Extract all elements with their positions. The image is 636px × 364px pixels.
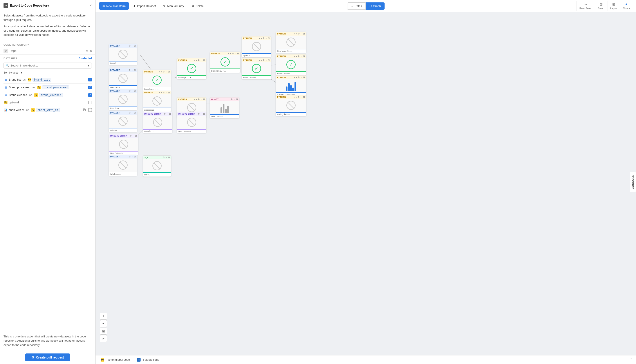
node-header: DATASET ⚙ ↔ ⊞ [109, 68, 137, 72]
node-placeholder-icon [118, 116, 128, 126]
repo-row: ⚙ Repo ✏ × [0, 48, 95, 55]
python-icon: Py [28, 78, 31, 82]
repo-actions: ✏ × [86, 49, 92, 53]
dataset-checkbox[interactable] [88, 101, 92, 104]
graph-node[interactable]: PYTHON ● ● ⚙ ↔ ⊞ ✓ Brand proc... • ... [143, 70, 171, 91]
top-bar: ⊕ New Transform ⬇ Import Dataset ✎ Manua… [96, 0, 636, 12]
graph-node[interactable]: PYTHON ● ● ⚙ ↔ ⊞ optional [242, 36, 271, 58]
graph-node[interactable]: DATASET ⚙ ↔ ⊞ Brand... • ... [109, 44, 137, 65]
layout-tool[interactable]: ⊞ Layout [607, 1, 620, 11]
remove-repo-button[interactable]: × [90, 49, 92, 53]
datasets-label: DATASETS [4, 57, 17, 60]
console-tab[interactable]: CONSOLE [630, 172, 636, 192]
graph-area: DATASET ⚙ ↔ ⊞ Brand... • ... DATASET ⚙ ↔… [96, 12, 636, 355]
paths-tab[interactable]: ↔ Paths [347, 2, 366, 10]
create-btn-icon: ⚙ [32, 356, 34, 359]
graph-node[interactable]: PYTHON ● ● ⚙ ↔ ⊞ ✓ Brand proc... • ... [177, 58, 206, 80]
node-header: MANUAL ENTRY ⚙ ↔ ⊞ [143, 112, 172, 116]
node-header: PYTHON ● ● ⚙ ↔ ⊞ [242, 36, 271, 40]
plus-icon: ⊕ [102, 4, 105, 8]
node-header: PYTHON ● ● ⚙ ↔ ⊞ [143, 70, 171, 74]
panel-icon: ⚙ [4, 3, 8, 8]
select-icon: ⊡ [600, 2, 602, 6]
dataset-checkbox[interactable]: ✓ [88, 93, 92, 97]
node-footer: processing [143, 108, 171, 112]
graph-canvas[interactable]: DATASET ⚙ ↔ ⊞ Brand... • ... DATASET ⚙ ↔… [96, 12, 636, 355]
zoom-out-button[interactable]: − [100, 320, 107, 327]
pan-select-tool[interactable]: ⊹ Pan / Select [576, 1, 595, 11]
collapse-button[interactable]: ⌃ [630, 358, 632, 362]
graph-node[interactable]: MANUAL ENTRY ⚙ ↔ ⊞ New Dataset • ... [177, 112, 206, 133]
node-footer: Fuel Store [109, 106, 137, 110]
graph-node[interactable]: PYTHON ● ● ⚙ ↔ ⊞ ✓ Brand cleaned... [242, 58, 271, 80]
graph-node[interactable]: PYTHON ● ● ⚙ ↔ ⊞ sorting dataset [276, 95, 306, 116]
create-pull-request-button[interactable]: ⚙ Create pull request [25, 354, 70, 361]
ds-as: as [32, 86, 35, 89]
dataset-checkbox[interactable] [88, 108, 92, 112]
search-input[interactable] [10, 64, 86, 67]
import-dataset-button[interactable]: ⬇ Import Dataset [130, 2, 159, 10]
scissors-button[interactable]: ✂ [100, 335, 107, 342]
graph-node[interactable]: PYTHON ● ● ⚙ ↔ ⊞ processing [143, 91, 171, 112]
node-header: PYTHON ● ● ⚙ ↔ ⊞ [177, 98, 206, 101]
search-row: 🔍 ▼ [0, 61, 95, 70]
node-header: DATASET ⚙ ↔ ⊞ [109, 89, 137, 93]
list-item: Py optional [4, 99, 92, 106]
node-footer: Brand cleaned... [242, 75, 271, 79]
node-footer: options [109, 128, 137, 132]
graph-node[interactable]: MANUAL ENTRY ⚙ ↔ ⊞ New Dataset • ... [109, 134, 138, 155]
graph-node[interactable]: SQL ⚙ ↔ ⊞ set d... [143, 156, 171, 177]
select-tool[interactable]: ⊡ Select [595, 1, 608, 11]
dataset-checkbox[interactable]: ✓ [88, 86, 92, 89]
edit-repo-button[interactable]: ✏ [86, 49, 89, 53]
graph-node[interactable]: PYTHON ● ● ⚙ ↔ ⊞ ✓ Brand clea... • ... [210, 52, 240, 73]
python-global-code-tab[interactable]: Py Python global code [99, 357, 132, 362]
node-header: MANUAL ENTRY ⚙ ↔ ⊞ [177, 112, 206, 116]
ds-varname: brand_cleaned [39, 93, 63, 97]
dataset-list: ▦ Brand list as Py brand_list ✓ ▦ Brand … [0, 76, 95, 114]
graph-node[interactable]: DATASET ⚙ ↔ ⊞ Fuel Store [109, 89, 137, 110]
node-body: ✓ [143, 74, 171, 87]
graph-node[interactable]: PYTHON ● ● ⚙ ↔ ⊞ ✓ Brand cleaned... [276, 54, 306, 76]
node-header: PYTHON ● ● ⚙ ↔ ⊞ [276, 76, 306, 79]
repo-name: Repo [10, 49, 84, 52]
sort-dropdown-button[interactable]: ▼ [20, 71, 22, 74]
node-body [276, 36, 306, 49]
node-footer: Data Store [109, 85, 137, 89]
panel-footer: ⚙ Create pull request [0, 350, 95, 364]
r-global-code-tab[interactable]: R R global code [135, 357, 161, 362]
filter-button[interactable]: ▼ [87, 64, 90, 67]
colors-tool[interactable]: ● Colors [620, 1, 632, 11]
python-icon: Py [31, 108, 35, 112]
graph-node[interactable]: MANUAL ENTRY ⚙ ↔ ⊞ Brands... • ... [143, 112, 172, 133]
zoom-in-button[interactable]: + [100, 313, 107, 320]
node-header: PYTHON ● ● ⚙ ↔ ⊞ [276, 54, 306, 58]
node-body [276, 79, 306, 92]
close-panel-button[interactable]: × [90, 4, 92, 8]
python-icon: Py [4, 101, 8, 104]
panel-bottom-note: This is a one-time action that will crea… [0, 331, 95, 351]
node-header: MANUAL ENTRY ⚙ ↔ ⊞ [109, 134, 138, 138]
graph-tab[interactable]: ⬡ Graph [366, 2, 384, 10]
dataset-checkbox[interactable]: ✓ [88, 78, 92, 82]
zoom-fit-button[interactable]: ⊞ [100, 328, 107, 334]
checkmark-icon: ✓ [286, 60, 296, 69]
graph-node[interactable]: CHART ⚙ ↔ ⊞ New Dataset [210, 97, 240, 118]
node-footer: New Value Store [276, 49, 306, 53]
node-footer: set d... [143, 172, 171, 176]
node-placeholder-icon [153, 118, 162, 127]
panel-header: ⚙ Export to Code Repository × [0, 0, 95, 10]
manual-entry-button[interactable]: ✎ Manual Entry [160, 2, 187, 10]
right-panel: ⊕ New Transform ⬇ Import Dataset ✎ Manua… [96, 0, 636, 364]
new-transform-button[interactable]: ⊕ New Transform [99, 2, 129, 10]
node-body [143, 159, 171, 172]
node-header: SQL ⚙ ↔ ⊞ [143, 156, 171, 159]
graph-node[interactable]: DATASET ⚙ ↔ ⊞ options [109, 111, 137, 132]
graph-node[interactable]: DATASET ⚙ ↔ ⊞ Wholesalers [109, 155, 137, 176]
python-lang-icon: Py [101, 358, 104, 362]
graph-node[interactable]: DATASET ⚙ ↔ ⊞ Data Store [109, 68, 137, 89]
graph-node[interactable]: PYTHON ● ● ⚙ ↔ ⊞ Colour Computation [276, 75, 306, 96]
delete-button[interactable]: ⊗ Delete [188, 2, 207, 10]
graph-node[interactable]: PYTHON ● ● ⚙ ↔ ⊞ New Value Store [276, 32, 306, 53]
node-footer: New Dataset • ... [177, 129, 206, 133]
